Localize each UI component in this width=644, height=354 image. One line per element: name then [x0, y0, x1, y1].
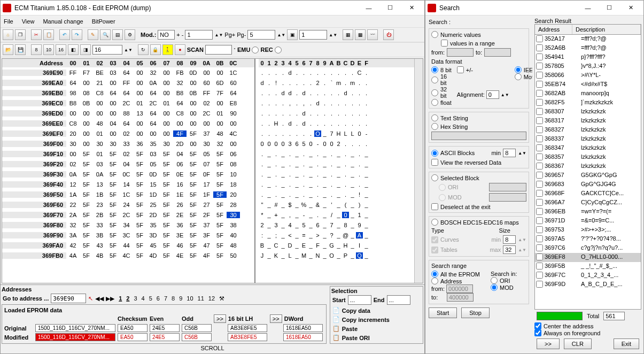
size-max-field[interactable]: [503, 245, 516, 254]
save-icon[interactable]: 💾: [15, 44, 26, 55]
hex-row[interactable]: 369FA0425F435F445F455F465F475F48: [2, 240, 254, 250]
result-row[interactable]: 368337lzkzkzkzk: [535, 135, 641, 144]
result-check[interactable]: [536, 199, 543, 206]
hex-row[interactable]: 369F20025F035F045F055F065F075F08: [2, 159, 254, 169]
hex-row[interactable]: 369F10005F015F025F035F045F055F06: [2, 149, 254, 159]
result-row[interactable]: 369EF8O_7HLL0-000...: [535, 253, 641, 262]
menu-manual-change[interactable]: Manual change: [43, 18, 83, 25]
hex-scrollbar[interactable]: [414, 59, 423, 283]
result-check[interactable]: [536, 163, 543, 170]
hex-row[interactable]: 369EE0C8004804640064000000000000: [2, 118, 254, 128]
search-minimize-button[interactable]: —: [577, 3, 599, 13]
paste-button[interactable]: 📋Paste: [331, 324, 422, 333]
result-check[interactable]: [536, 135, 543, 142]
ascii-row[interactable]: d.!.....2.`m.m..: [259, 78, 414, 88]
result-check[interactable]: [536, 263, 543, 270]
to-field[interactable]: [484, 48, 511, 57]
hex-row[interactable]: 369F0030003030333635302D00303200: [2, 138, 254, 149]
power-icon[interactable]: ⏻: [383, 29, 394, 40]
next-page-icon[interactable]: ▶▶: [106, 295, 114, 302]
pm-field[interactable]: [185, 30, 213, 40]
ascii-row[interactable]: ....,.,.d.......: [259, 98, 414, 108]
result-check[interactable]: [536, 281, 543, 288]
col-address[interactable]: Address: [535, 25, 572, 34]
view8-icon[interactable]: 8: [31, 44, 42, 55]
hexstring-radio[interactable]: [431, 123, 438, 130]
result-check[interactable]: [536, 63, 543, 70]
result-row[interactable]: 369F9DA_B_C_D_E_...: [535, 280, 641, 289]
page-5[interactable]: 5: [147, 295, 154, 302]
page-9[interactable]: 9: [177, 295, 184, 302]
result-row[interactable]: 352A6B=fff?d;?@: [535, 44, 641, 53]
result-row[interactable]: 368307lzkzkzkzk: [535, 107, 641, 117]
align-field[interactable]: [486, 90, 499, 99]
ascii-row[interactable]: ._._._._._._._!_: [259, 189, 414, 199]
ascii-row[interactable]: ._._._._._._._._: [259, 169, 414, 179]
ascii-row[interactable]: ._._._._._._._._: [259, 179, 414, 189]
copy-icon[interactable]: ❐: [15, 29, 26, 40]
sel-icon[interactable]: ▣: [287, 29, 298, 40]
page-4[interactable]: 4: [139, 295, 147, 302]
hex-row[interactable]: 369F702A5F2B5F2C5F2D5F2E5F2F5F30: [2, 210, 254, 220]
bosch-radio[interactable]: [431, 219, 438, 226]
result-check[interactable]: [536, 272, 543, 279]
result-check[interactable]: [536, 117, 543, 124]
undo-icon[interactable]: ↶: [59, 29, 70, 40]
result-check[interactable]: [536, 235, 543, 242]
hex-row[interactable]: 369F80325F335F345F355F365F375F38: [2, 220, 254, 230]
lock-icon[interactable]: 🔒: [150, 44, 161, 55]
center-check[interactable]: [534, 322, 541, 329]
result-row[interactable]: 36968FGACKCTC]Ce...: [535, 189, 641, 198]
result-row[interactable]: 368357lzkzkzkzk: [535, 153, 641, 162]
foreground-check[interactable]: [534, 329, 541, 336]
result-row[interactable]: 368347lzkzkzkzk: [535, 144, 641, 153]
ascii-row[interactable]: :_;_<_=_>_?_@_A_: [259, 230, 414, 240]
cal-icon[interactable]: ▦: [343, 29, 353, 40]
hex-row[interactable]: 369FB04A5F4B5F4C5F4D5F4E5F4F5F50: [2, 250, 254, 260]
viewm1-icon[interactable]: ◧: [68, 44, 79, 55]
result-row[interactable]: 3696EB=w=Y=?=(=: [535, 207, 641, 217]
tool2-icon[interactable]: ⚙: [125, 29, 135, 40]
result-check[interactable]: [536, 190, 543, 197]
page-6[interactable]: 6: [154, 295, 162, 302]
hex-row[interactable]: 369F300A5F0A5F0C5F0D5F0E5F0F5F10: [2, 169, 254, 179]
viewm2-icon[interactable]: ◨: [80, 44, 91, 55]
brush-icon[interactable]: ✎: [88, 29, 98, 40]
ascii-row[interactable]: 00003650-002....: [259, 138, 414, 149]
close-button[interactable]: ✕: [401, 3, 422, 13]
reversed-check[interactable]: [431, 159, 438, 166]
result-row[interactable]: 369753>#>+>3>;...: [535, 226, 641, 235]
textstring-radio[interactable]: [431, 114, 438, 121]
hex-row[interactable]: 369ED00000000088136400C8002C0190: [2, 108, 254, 118]
search-maximize-button[interactable]: ☐: [599, 3, 620, 13]
open-icon[interactable]: 📂: [3, 44, 13, 55]
menu-view[interactable]: View: [22, 18, 35, 25]
searchin-mod-radio[interactable]: [491, 284, 498, 291]
result-check[interactable]: [536, 72, 543, 79]
result-check[interactable]: [536, 181, 543, 188]
ascii-row[interactable]: ........O_7HLL0-: [259, 128, 414, 138]
view16-icon[interactable]: 16: [56, 44, 66, 55]
ascii-row[interactable]: ....d.........C.: [259, 67, 414, 78]
sel-field[interactable]: [299, 30, 327, 40]
from-field[interactable]: [447, 48, 474, 57]
col-description[interactable]: Description: [572, 25, 641, 34]
cursor-icon[interactable]: ↖: [88, 295, 93, 302]
hex-row[interactable]: 369F501A5F1B5F1C5F1D5F1E5F1F5F20: [2, 189, 254, 199]
result-check[interactable]: [536, 208, 543, 215]
cut-icon[interactable]: ✂: [31, 29, 42, 40]
result-check[interactable]: [536, 44, 543, 51]
go-button[interactable]: >>: [537, 338, 560, 349]
ascii-row[interactable]: ._._._._._._._._: [259, 159, 414, 169]
result-row[interactable]: 357805}v*8,J.:4?: [535, 62, 641, 71]
selectedblock-radio[interactable]: [431, 174, 438, 181]
ascii-row[interactable]: "_#_$_%_&_'_(_)_: [259, 199, 414, 210]
fmt8-radio[interactable]: [431, 66, 438, 73]
result-row[interactable]: 369683GpG^GJG4G: [535, 180, 641, 189]
result-check[interactable]: [536, 108, 543, 115]
result-row[interactable]: 352A17=fff?d;?@: [535, 35, 641, 44]
page-3[interactable]: 3: [131, 295, 139, 302]
goto-field[interactable]: [51, 294, 86, 303]
chip-icon[interactable]: ▩: [355, 29, 366, 40]
size-min-field[interactable]: [503, 235, 516, 244]
